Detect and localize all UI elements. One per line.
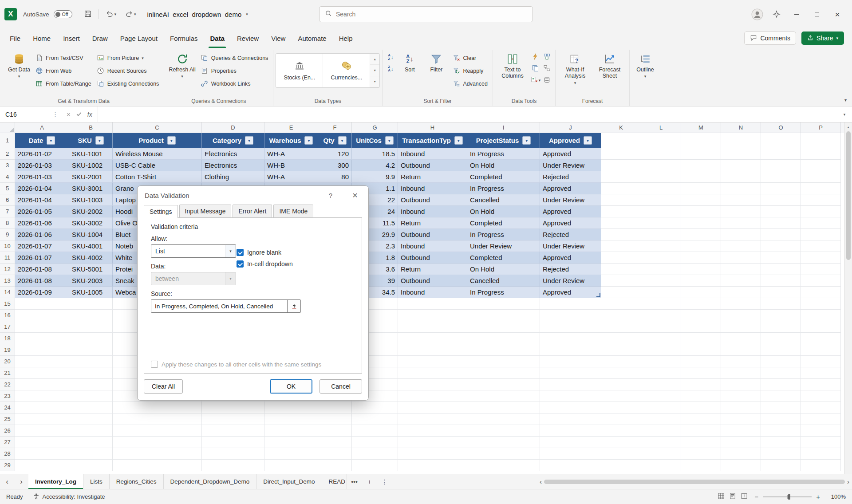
cell-L3[interactable] bbox=[641, 160, 681, 171]
cell-P19[interactable] bbox=[801, 344, 841, 356]
zoom-slider-thumb[interactable] bbox=[788, 494, 790, 500]
cell-K11[interactable] bbox=[601, 252, 641, 264]
dialog-title-bar[interactable]: Data Validation ? × bbox=[138, 186, 368, 205]
cell-P6[interactable] bbox=[801, 194, 841, 206]
cell-J21[interactable] bbox=[540, 367, 601, 379]
cell-A18[interactable] bbox=[15, 333, 69, 344]
row-header-21[interactable]: 21 bbox=[0, 367, 15, 379]
share-button[interactable]: Share ▾ bbox=[801, 32, 844, 45]
cell-A26[interactable] bbox=[15, 425, 69, 437]
cell-B25[interactable] bbox=[69, 413, 113, 425]
cell-J11[interactable]: Approved bbox=[540, 252, 601, 264]
row-header-29[interactable]: 29 bbox=[0, 460, 15, 471]
cell-K7[interactable] bbox=[601, 206, 641, 217]
cell-H3[interactable]: Outbound bbox=[398, 160, 467, 171]
table-header-Date[interactable]: Date▾ bbox=[15, 133, 69, 148]
currencies-data-type[interactable]: Currencies... bbox=[323, 54, 370, 87]
cell-N15[interactable] bbox=[721, 298, 761, 310]
cell-H27[interactable] bbox=[398, 437, 467, 448]
row-header-23[interactable]: 23 bbox=[0, 390, 15, 402]
cell-H23[interactable] bbox=[398, 390, 467, 402]
workbook-links-button[interactable]: Workbook Links bbox=[198, 77, 271, 90]
cell-L16[interactable] bbox=[641, 310, 681, 321]
cell-O18[interactable] bbox=[761, 333, 801, 344]
cell-I20[interactable] bbox=[467, 356, 540, 367]
table-header-Product[interactable]: Product▾ bbox=[113, 133, 202, 148]
filter-dropdown-button[interactable]: ▾ bbox=[385, 136, 394, 145]
cell-N9[interactable] bbox=[721, 229, 761, 240]
row-header-22[interactable]: 22 bbox=[0, 379, 15, 390]
cell-L18[interactable] bbox=[641, 333, 681, 344]
forecast-sheet-button[interactable]: Forecast Sheet bbox=[592, 50, 627, 96]
apply-changes-checkbox[interactable]: Apply these changes to all other cells w… bbox=[151, 361, 355, 368]
table-header-TransactionTyp[interactable]: TransactionTyp▾ bbox=[398, 133, 467, 148]
sheet-tab-lists[interactable]: Lists bbox=[83, 474, 110, 489]
cell-A16[interactable] bbox=[15, 310, 69, 321]
cell-G24[interactable] bbox=[352, 402, 398, 413]
cell-L23[interactable] bbox=[641, 390, 681, 402]
cell-I13[interactable]: Cancelled bbox=[467, 275, 540, 287]
cell-M18[interactable] bbox=[681, 333, 721, 344]
cell-B22[interactable] bbox=[69, 379, 113, 390]
from-table-range-button[interactable]: From Table/Range bbox=[32, 77, 94, 90]
ribbon-tab-data[interactable]: Data bbox=[204, 28, 231, 48]
cell-N3[interactable] bbox=[721, 160, 761, 171]
filter-dropdown-button[interactable]: ▾ bbox=[584, 136, 592, 145]
cell-F26[interactable] bbox=[318, 425, 352, 437]
scroll-right-arrow-icon[interactable]: › bbox=[847, 478, 849, 485]
cell-O19[interactable] bbox=[761, 344, 801, 356]
cell-M10[interactable] bbox=[681, 240, 721, 252]
cell-I21[interactable] bbox=[467, 367, 540, 379]
column-header-A[interactable]: A bbox=[15, 122, 69, 133]
collapse-dialog-button[interactable] bbox=[287, 300, 300, 312]
cell-K25[interactable] bbox=[601, 413, 641, 425]
cell-H25[interactable] bbox=[398, 413, 467, 425]
cell-N5[interactable] bbox=[721, 183, 761, 194]
sheet-tab-inventory_log[interactable]: Inventory_Log bbox=[28, 474, 83, 489]
cancel-entry-icon[interactable]: × bbox=[67, 110, 71, 118]
cell-H14[interactable]: Inbound bbox=[398, 287, 467, 298]
cell-P15[interactable] bbox=[801, 298, 841, 310]
cell-K16[interactable] bbox=[601, 310, 641, 321]
scroll-left-arrow-icon[interactable]: ‹ bbox=[540, 478, 542, 485]
row-header-9[interactable]: 9 bbox=[0, 229, 15, 240]
cell-L14[interactable] bbox=[641, 287, 681, 298]
cell-M23[interactable] bbox=[681, 390, 721, 402]
cell-C26[interactable] bbox=[113, 425, 202, 437]
cell-M19[interactable] bbox=[681, 344, 721, 356]
cell-H22[interactable] bbox=[398, 379, 467, 390]
filter-dropdown-button[interactable]: ▾ bbox=[47, 136, 55, 145]
cell-J2[interactable]: Approved bbox=[540, 148, 601, 160]
cell-E25[interactable] bbox=[264, 413, 318, 425]
cell-K24[interactable] bbox=[601, 402, 641, 413]
cell-D25[interactable] bbox=[202, 413, 264, 425]
filter-dropdown-button[interactable]: ▾ bbox=[454, 136, 463, 145]
row-header-5[interactable]: 5 bbox=[0, 183, 15, 194]
ribbon-tab-draw[interactable]: Draw bbox=[86, 28, 114, 48]
table-header-ProjectStatus[interactable]: ProjectStatus▾ bbox=[467, 133, 540, 148]
recent-sources-button[interactable]: Recent Sources bbox=[94, 64, 162, 77]
cell-L15[interactable] bbox=[641, 298, 681, 310]
cell-B17[interactable] bbox=[69, 321, 113, 333]
cell-J10[interactable]: Under Review bbox=[540, 240, 601, 252]
save-button[interactable] bbox=[82, 8, 94, 21]
cell-B16[interactable] bbox=[69, 310, 113, 321]
close-button[interactable]: × bbox=[827, 5, 848, 24]
cell-L9[interactable] bbox=[641, 229, 681, 240]
cell-A27[interactable] bbox=[15, 437, 69, 448]
cell-H15[interactable] bbox=[398, 298, 467, 310]
cell-A11[interactable]: 2026-01-07 bbox=[15, 252, 69, 264]
cell-K5[interactable] bbox=[601, 183, 641, 194]
zoom-in-button[interactable]: + bbox=[816, 493, 820, 500]
cell-C2[interactable]: Wireless Mouse bbox=[113, 148, 202, 160]
cell-J20[interactable] bbox=[540, 356, 601, 367]
cell-H9[interactable]: Outbound bbox=[398, 229, 467, 240]
cell-N29[interactable] bbox=[721, 460, 761, 471]
more-sheets-button[interactable]: ••• bbox=[347, 474, 362, 489]
cell-L1[interactable] bbox=[641, 133, 681, 148]
cell-H29[interactable] bbox=[398, 460, 467, 471]
cell-K10[interactable] bbox=[601, 240, 641, 252]
cell-M9[interactable] bbox=[681, 229, 721, 240]
cell-A9[interactable]: 2026-01-06 bbox=[15, 229, 69, 240]
cell-N20[interactable] bbox=[721, 356, 761, 367]
